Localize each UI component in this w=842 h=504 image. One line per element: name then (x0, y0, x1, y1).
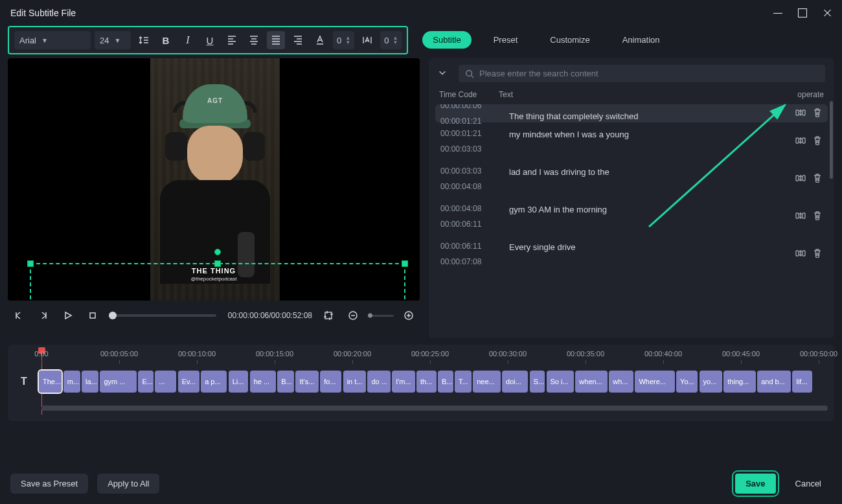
subtitle-row[interactable]: 00:00:01:2100:00:03:03my mindset when I … (435, 122, 828, 160)
video-preview[interactable]: THE THING @thepocketpodcast The thing th… (8, 58, 420, 301)
align-right-button[interactable] (289, 31, 307, 49)
close-button[interactable] (823, 8, 832, 17)
maximize-button[interactable] (798, 8, 807, 17)
underline-button[interactable]: U (201, 31, 219, 49)
zoom-slider[interactable] (368, 315, 394, 317)
timeline-clip[interactable]: The... (39, 371, 62, 393)
timeline-clip[interactable]: It's... (295, 371, 318, 393)
subtitle-row[interactable]: 00:00:00:0600:00:01:21The thing that com… (435, 104, 828, 122)
subtitle-text: Every single drive (509, 242, 785, 252)
seek-slider[interactable] (113, 314, 216, 317)
bold-button[interactable]: B (157, 31, 175, 49)
cancel-button[interactable]: Cancel (785, 474, 832, 494)
timeline-clip[interactable]: ... (155, 371, 176, 393)
timeline-clip[interactable]: T... (455, 371, 472, 393)
scrollbar[interactable] (830, 101, 833, 179)
timeline-clip[interactable]: gym ... (100, 371, 137, 393)
split-icon[interactable] (795, 108, 806, 120)
trash-icon[interactable] (812, 248, 823, 260)
subtitle-times: 00:00:01:2100:00:03:03 (440, 129, 499, 154)
timeline-clip[interactable]: nee... (473, 371, 500, 393)
align-left-button[interactable] (223, 31, 241, 49)
timeline-clip[interactable]: Yo... (676, 371, 698, 393)
split-icon[interactable] (795, 248, 806, 260)
spinner-icon[interactable]: ▲▼ (393, 36, 398, 45)
subtitle-bounding-box[interactable] (30, 263, 405, 301)
tab-preset[interactable]: Preset (483, 31, 529, 49)
stop-button[interactable] (84, 307, 101, 324)
timeline-clip[interactable]: E... (138, 371, 154, 393)
timeline-clip[interactable]: Li... (229, 371, 249, 393)
subtitle-row[interactable]: 00:00:04:0800:00:06:11gym 30 AM in the m… (435, 198, 828, 235)
search-input[interactable]: Please enter the search content (459, 65, 825, 82)
subtitle-list-panel: Please enter the search content Time Cod… (429, 58, 834, 338)
spinner-icon[interactable]: ▲▼ (345, 36, 350, 45)
collapse-button[interactable] (438, 68, 452, 79)
timeline-clip[interactable]: lif... (792, 371, 812, 393)
subtitle-text: gym 30 AM in the morning (509, 204, 785, 214)
zoom-out-button[interactable] (345, 307, 361, 324)
crop-button[interactable] (320, 307, 337, 324)
timeline-scrollbar[interactable] (41, 406, 828, 411)
split-icon[interactable] (795, 173, 806, 185)
letter-spacing-input[interactable]: 0 ▲▼ (380, 31, 402, 49)
timeline-clip[interactable]: a p... (201, 371, 227, 393)
timeline-clip[interactable]: do ... (367, 371, 390, 393)
tab-customize[interactable]: Customize (540, 31, 600, 49)
timeline-clip[interactable]: So i... (547, 371, 574, 393)
font-size-select[interactable]: 24 ▼ (95, 31, 131, 49)
save-button[interactable]: Save (735, 474, 775, 494)
timeline-clip[interactable]: in t... (343, 371, 366, 393)
trash-icon[interactable] (812, 173, 823, 185)
trash-icon[interactable] (812, 135, 823, 148)
timeline-clip[interactable]: B... (438, 371, 453, 393)
timeline-clip[interactable]: he ... (250, 371, 276, 393)
subtitle-text: lad and I was driving to the (509, 166, 785, 177)
split-icon[interactable] (795, 135, 806, 148)
timeline-tick: 00:00:25:00 (411, 350, 449, 358)
timeline-clip[interactable]: doi... (502, 371, 528, 393)
align-justify-button[interactable] (267, 31, 285, 49)
timeline-clip[interactable]: wh... (609, 371, 633, 393)
italic-button[interactable]: I (179, 31, 197, 49)
subtitle-row[interactable]: 00:00:06:1100:00:07:08Every single drive (435, 235, 828, 273)
zoom-in-button[interactable] (400, 307, 417, 324)
trash-icon[interactable] (812, 108, 823, 120)
tab-subtitle[interactable]: Subtitle (422, 31, 471, 49)
spacing-value: 0 (384, 36, 389, 45)
trash-icon[interactable] (812, 211, 823, 223)
prev-frame-button[interactable] (10, 307, 27, 324)
minimize-button[interactable] (773, 8, 782, 17)
split-icon[interactable] (795, 211, 806, 223)
timeline-clip[interactable]: S... (530, 371, 545, 393)
timeline-clip[interactable]: B... (277, 371, 294, 393)
font-select[interactable]: Arial ▼ (14, 31, 91, 49)
apply-all-button[interactable]: Apply to All (97, 474, 159, 494)
letter-spacing-button[interactable] (358, 31, 376, 49)
timeline-track[interactable]: The...m...la...gym ...E......Ev...a p...… (39, 371, 828, 393)
timeline-tick: 00:00:10:00 (178, 350, 216, 358)
timeline-clip[interactable]: Ev... (178, 371, 199, 393)
save-preset-button[interactable]: Save as Preset (10, 474, 88, 494)
timeline-ruler[interactable]: 0:0000:00:05:0000:00:10:0000:00:15:0000:… (41, 350, 828, 368)
tab-animation[interactable]: Animation (612, 31, 670, 49)
timeline-clip[interactable]: Where... (635, 371, 674, 393)
timeline-clip[interactable]: m... (63, 371, 80, 393)
subtitle-times: 00:00:00:0600:00:01:21 (440, 104, 499, 126)
timeline-clip[interactable]: yo... (700, 371, 722, 393)
align-center-button[interactable] (245, 31, 263, 49)
subtitle-row[interactable]: 00:00:03:0300:00:04:08lad and I was driv… (435, 160, 828, 198)
svg-rect-9 (796, 176, 799, 181)
text-color-button[interactable] (311, 31, 329, 49)
timeline-clip[interactable]: thing... (723, 371, 756, 393)
outline-input[interactable]: 0 ▲▼ (333, 31, 354, 49)
play-button[interactable] (60, 307, 76, 324)
timeline-clip[interactable]: fo... (320, 371, 341, 393)
line-spacing-button[interactable] (135, 31, 153, 49)
timeline-clip[interactable]: la... (82, 371, 98, 393)
timeline-clip[interactable]: th... (416, 371, 437, 393)
timeline-clip[interactable]: and b... (757, 371, 791, 393)
next-frame-button[interactable] (35, 307, 52, 324)
timeline-clip[interactable]: when... (575, 371, 608, 393)
timeline-clip[interactable]: I'm... (392, 371, 415, 393)
